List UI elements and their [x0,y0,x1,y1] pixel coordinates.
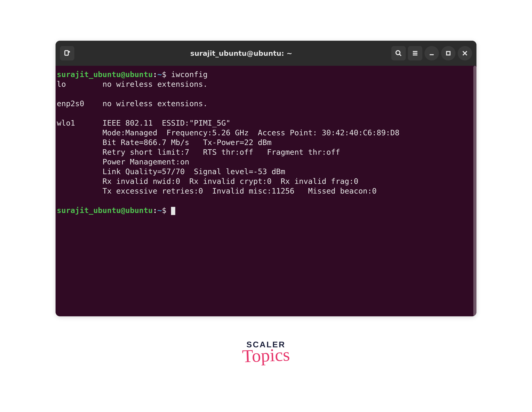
prompt-path: ~ [157,70,162,79]
iface-line: Bit Rate=866.7 Mb/s Tx-Power=22 dBm [103,138,271,147]
cursor [171,207,175,215]
new-tab-button[interactable] [60,46,74,60]
titlebar-right [391,46,472,60]
svg-rect-9 [446,51,450,55]
iface-name: wlo1 [57,118,75,127]
prompt-user-host: surajit_ubuntu@ubuntu [57,70,153,79]
iface-line: Retry short limit:7 RTS thr:off Fragment… [103,148,340,157]
iface-line: no wireless extensions. [103,80,208,88]
maximize-icon [445,50,452,57]
hamburger-icon [412,50,418,57]
minimize-icon [428,50,435,57]
prompt-user-host: surajit_ubuntu@ubuntu [57,206,153,215]
scrollbar[interactable] [473,66,476,316]
close-icon [461,50,468,57]
new-tab-icon [64,50,71,57]
prompt-path: ~ [157,206,162,215]
logo-line2: Topics [234,346,297,364]
iface-line: no wireless extensions. [103,99,208,108]
titlebar-left [60,46,91,60]
iface-line: Tx excessive retries:0 Invalid misc:1125… [103,186,377,195]
svg-point-3 [396,51,400,55]
prompt-colon: : [153,70,157,79]
minimize-button[interactable] [425,46,439,60]
svg-rect-0 [65,51,68,55]
close-button[interactable] [458,46,472,60]
window-title: surajit_ubuntu@ubuntu: ~ [93,49,389,57]
prompt-colon: : [153,206,157,215]
window-titlebar: surajit_ubuntu@ubuntu: ~ [56,41,476,66]
terminal-window: surajit_ubuntu@ubuntu: ~ [56,41,476,316]
iface-line: Rx invalid nwid:0 Rx invalid crypt:0 Rx … [103,177,358,186]
iface-line: Mode:Managed Frequency:5.26 GHz Access P… [103,128,399,137]
maximize-button[interactable] [441,46,456,60]
iface-line: IEEE 802.11 ESSID:"PIMI_5G" [103,118,230,127]
iface-name: enp2s0 [57,99,84,108]
command-text: iwconfig [171,70,208,79]
page: surajit_ubuntu@ubuntu: ~ [0,0,532,412]
iface-line: Link Quality=57/70 Signal level=-53 dBm [103,167,285,176]
search-button[interactable] [391,46,406,60]
prompt-dollar: $ [162,206,166,215]
prompt-dollar: $ [162,70,166,79]
iface-name: lo [57,80,66,88]
terminal-body[interactable]: surajit_ubuntu@ubuntu:~$ iwconfig lo no … [56,66,476,316]
iface-line: Power Management:on [103,157,189,166]
search-icon [395,50,402,57]
menu-button[interactable] [408,46,422,60]
scaler-topics-logo: SCALER Topics [235,340,297,377]
svg-line-4 [399,54,401,56]
